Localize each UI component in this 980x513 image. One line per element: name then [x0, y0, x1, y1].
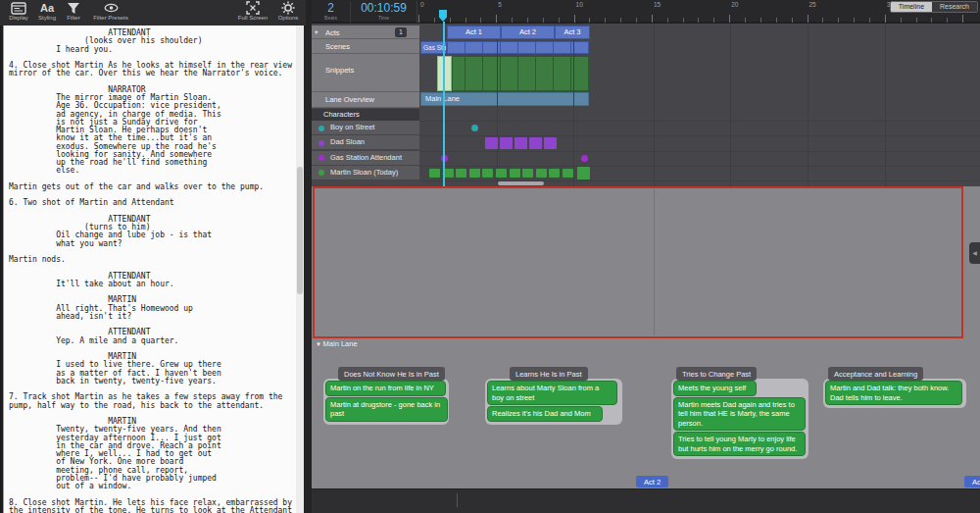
ruler-tick — [434, 18, 435, 23]
acts-count-badge: 1 — [395, 27, 407, 37]
scene-cell-divider — [570, 41, 571, 54]
act-block[interactable]: Act 1 — [447, 26, 501, 39]
character-presence-block[interactable] — [456, 169, 466, 178]
beat-card[interactable]: Realizes it's his Dad and Mom — [487, 406, 603, 422]
timeline-gridline — [497, 24, 498, 186]
scene-cell-divider — [553, 41, 554, 54]
tab-timeline[interactable]: Timeline — [891, 2, 932, 12]
beat-group-header[interactable]: Tries to Change Past — [676, 367, 757, 381]
beat-group-header[interactable]: Does Not Know He Is in Past — [338, 367, 445, 381]
beats-count-label: Beats — [312, 15, 350, 21]
beats-counter: 2 Beats — [312, 1, 351, 23]
ruler-tick — [543, 18, 544, 23]
ruler-tick — [605, 18, 606, 23]
ruler-tick-label: 15 — [654, 1, 661, 8]
act2-marker[interactable]: Act 2 — [636, 476, 668, 487]
tab-research[interactable]: Research — [932, 2, 977, 12]
ruler-tick — [636, 18, 637, 23]
sidebar-item-character[interactable]: Dad Sloan — [312, 135, 419, 150]
script-scroll-thumb[interactable] — [297, 167, 303, 294]
fullscreen-button[interactable]: Full Screen — [232, 1, 273, 22]
sidebar-item-character[interactable]: Martin Sloan (Today) — [312, 166, 419, 180]
act3-marker[interactable]: Act 3 — [964, 476, 980, 487]
snippet-cell-divider — [553, 56, 554, 91]
act-block[interactable]: Act 3 — [555, 26, 590, 39]
toolbar-divider — [457, 493, 458, 507]
character-presence-block[interactable] — [563, 169, 573, 178]
ruler-tick — [512, 18, 513, 23]
snippets-track-bar[interactable] — [452, 56, 589, 91]
character-presence-block[interactable] — [485, 137, 498, 149]
character-presence-block[interactable] — [522, 169, 533, 178]
sidebar-item-character[interactable]: Gas Station Attendant — [312, 151, 419, 166]
lane-overview-bar[interactable]: Main Lane — [420, 92, 589, 106]
character-presence-block[interactable] — [469, 169, 480, 178]
sidebar-item-scenes[interactable]: Scenes — [312, 39, 419, 54]
eye-icon — [104, 1, 119, 15]
timeline-gridline — [654, 24, 655, 186]
ruler-tick — [745, 18, 746, 23]
beat-group-header[interactable]: Learns He Is in Past — [510, 367, 588, 381]
playhead-line[interactable] — [443, 22, 445, 186]
filter-label: Filter — [67, 15, 79, 22]
character-name: Gas Station Attendant — [330, 153, 402, 162]
beat-card[interactable]: Meets the young self — [673, 381, 757, 396]
beat-group-header[interactable]: Acceptance and Learning — [828, 367, 923, 381]
character-presence-block-large[interactable] — [577, 167, 590, 180]
window-left-edge — [0, 26, 3, 513]
ruler-tick — [589, 18, 590, 23]
character-presence-block[interactable] — [536, 169, 547, 178]
ruler-tick — [418, 15, 419, 23]
styling-icon: Aa — [40, 1, 54, 15]
act-block[interactable]: Act 2 — [501, 26, 555, 39]
snippet-highlight-block[interactable] — [437, 56, 452, 91]
styling-button[interactable]: Aa Styling — [33, 1, 61, 22]
options-button[interactable]: Options — [273, 1, 303, 22]
beat-card[interactable]: Learns about Marty Sloan from a boy on s… — [487, 381, 617, 405]
sidebar-item-character[interactable]: Boy on Street — [312, 121, 419, 135]
ruler-tick-label: 5 — [498, 1, 502, 8]
ruler-tick-label: 25 — [809, 1, 816, 8]
script-panel[interactable]: ATTENDANT (looks over his shoulder) I he… — [3, 26, 304, 513]
filter-button[interactable]: Filter — [61, 1, 86, 22]
scene-cell-divider — [482, 41, 483, 54]
ruler-tick — [901, 18, 902, 23]
panel-collapse-handle[interactable]: ◀ — [969, 242, 980, 264]
snippet-cell-divider — [570, 56, 571, 91]
sidebar-item-lane-overview[interactable]: Lane Overview — [312, 92, 419, 108]
character-event-dot[interactable] — [581, 155, 588, 162]
timeline-scroll-thumb[interactable] — [498, 181, 544, 185]
display-button[interactable]: Display — [4, 1, 33, 22]
ruler-tick — [776, 18, 777, 23]
beat-card[interactable]: Martin on the run from life in NY — [325, 381, 446, 396]
character-presence-block[interactable] — [500, 137, 513, 149]
acts-disclosure-icon[interactable]: ▼ — [314, 29, 318, 35]
character-presence-block[interactable] — [529, 137, 542, 149]
selection-rectangle — [313, 186, 963, 338]
character-presence-block[interactable] — [510, 169, 520, 178]
character-presence-block[interactable] — [544, 137, 557, 149]
ruler-tick — [559, 18, 560, 23]
ruler-tick — [854, 18, 855, 23]
beat-card[interactable]: Tries to tell young Marty to enjoy life … — [673, 432, 806, 456]
character-presence-block[interactable] — [482, 169, 493, 178]
bottom-toolbar — [312, 488, 980, 513]
character-presence-block[interactable] — [514, 137, 527, 149]
scene-cell-divider — [517, 41, 518, 54]
character-presence-block[interactable] — [496, 169, 507, 178]
sidebar-item-snippets[interactable]: Snippets — [312, 54, 419, 92]
ruler-tick — [822, 18, 823, 23]
character-row-separator — [419, 166, 980, 167]
character-presence-block[interactable] — [549, 169, 560, 178]
filter-presets-button[interactable]: Filter Presets — [88, 1, 133, 22]
main-lane-header[interactable]: ▼ Main Lane — [316, 339, 358, 348]
main-lane-disclosure-icon[interactable]: ▼ — [316, 341, 323, 347]
character-event-dot[interactable] — [471, 125, 478, 131]
beat-card[interactable]: Martin and Dad talk: they both know. Dad… — [825, 381, 962, 405]
beat-card[interactable]: Martin meets Dad again and tries to tell… — [673, 397, 806, 432]
filter-icon — [67, 1, 80, 15]
characters-section-header[interactable]: ▼ Characters — [312, 109, 419, 121]
beat-card[interactable]: Martin at drugstore - gone back in past — [325, 397, 448, 422]
character-presence-block[interactable] — [429, 169, 440, 178]
ruler-tick — [713, 18, 714, 23]
